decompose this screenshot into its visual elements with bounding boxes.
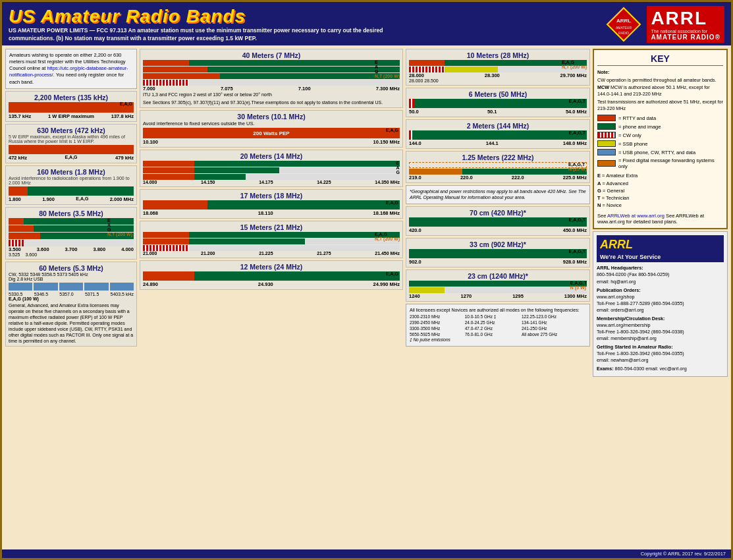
arrl-service-title: ARRL We're At Your Service [597, 235, 724, 263]
60m-dig: Dig 2.8 kHz USB [9, 277, 134, 281]
band-30m-note: Avoid interference to fixed services out… [143, 121, 400, 126]
freq-1-c3: 122.25-123.0 GHz [522, 314, 586, 320]
freq-table-note: ‡ No pulse emissions [410, 337, 586, 343]
60m-ch3 [59, 283, 83, 291]
33cm-freqs: 902.0 928.0 MHz [409, 259, 587, 265]
40m-row-a [143, 67, 400, 72]
arrl-exams-info: 860-594-0300 email: vec@arrl.org [615, 366, 687, 372]
band-630m-note: 5 W EIRP maximum, except in Alaska withi… [9, 134, 134, 144]
15m-nt-lbl: N,T (200 W) [375, 237, 400, 241]
key-title: KEY [597, 53, 723, 66]
60m-ch4 [84, 283, 108, 291]
10m-nt-ssb [445, 67, 498, 72]
60m-ch1 [9, 283, 32, 291]
40m-e-phone [189, 60, 400, 66]
band-6m: 6 Meters (50 MHz) E,A,G,T 50.0 50.1 54.0… [406, 88, 590, 117]
40m-e-lbl: E [375, 60, 400, 65]
160m-mid: 1.900 [42, 196, 55, 202]
arrl-hq-email: email: hq@arrl.org [597, 279, 724, 285]
arrl-diamond-logo: ARRL AMATEUR RADIO [606, 7, 641, 42]
20m-freqs: 14.000 14.150 14.175 14.225 14.350 MHz [143, 180, 400, 184]
15m-row-e [143, 232, 400, 238]
20m-e-lbl: E [396, 161, 400, 165]
70cm-high: 450.0 MHz [563, 227, 587, 233]
60m-ch2 [34, 283, 57, 291]
20m-a-lbl: A [396, 165, 400, 170]
80m-cw-freqs: 3.525 3.600 [9, 252, 134, 257]
arrl-text-block: ARRL The national association for AMATEU… [647, 6, 724, 43]
key-usb-swatch [597, 149, 616, 155]
20m-f1: 14.000 [143, 180, 157, 184]
15m-g-cw [143, 238, 189, 244]
band-10m: 10 Meters (28 MHz) E,A,G N,T (200 W) [406, 49, 590, 86]
160m-high: 2.000 MHz [110, 196, 134, 202]
15m-f3: 21.225 [259, 251, 273, 256]
6m-f1: 50.0 [409, 109, 419, 115]
80m-f3: 3.700 [65, 246, 78, 252]
arrl-hq: ARRL Headquarters: 860-594-0200 (Fax 860… [597, 265, 724, 285]
40m-lic-labels: E A G N,T (200 W) [375, 60, 400, 78]
33cm-chart: E,A,G,T [409, 249, 587, 258]
legend-e: E = Amateur Extra [597, 172, 723, 179]
band-630m-chart [9, 145, 134, 154]
arrl-service-subtitle: We're At Your Service [600, 253, 720, 262]
arrl-exams: Exams: 860-594-0300 email: vec@arrl.org [597, 366, 724, 372]
2m-f2: 144.1 [486, 140, 499, 146]
125m-n-lbl: N (25 W) [568, 167, 587, 171]
15m-chart: E,A,G N,T (200 W) [143, 232, 400, 251]
15m-row-nt [143, 245, 400, 251]
key-usb-label: = USB phone, CW, RTTY, and data [618, 150, 695, 155]
key-note-title: Note: [597, 69, 609, 75]
12m-freqs: 24.890 24.930 24.990 MHz [143, 281, 400, 287]
above-420-note: *Geographical and power restrictions may… [406, 185, 590, 204]
15m-lic-labels: E,A,G N,T (200 W) [375, 232, 400, 241]
band-30m-title: 30 Meters (10.1 MHz) [143, 113, 400, 121]
svg-text:RADIO: RADIO [618, 31, 629, 35]
freq-row-1: 2300-2310 MHz 10.0-10.5 GHz ‡ 122.25-123… [410, 314, 586, 320]
freq-3-c2: 47.0-47.2 GHz [465, 326, 522, 332]
33cm-phone [409, 249, 587, 258]
160m-phone [28, 186, 134, 196]
23cm-f1: 1240 [409, 293, 420, 299]
15m-nt-cw [143, 245, 189, 251]
key-rtty-label: = RTTY and data [618, 115, 656, 121]
80m-nt-cw [9, 240, 24, 246]
23cm-phone [409, 281, 587, 287]
2m-freqs: 144.0 144.1 148.0 MHz [409, 140, 587, 146]
2200m-rtty-seg [9, 102, 134, 113]
12m-low: 24.890 [143, 281, 158, 287]
freq-row-2: 2390-2450 MHz 24.0-24.25 GHz 134-141 GHz [410, 320, 586, 326]
arrl-web-link[interactable]: ARRLWeb at www.arrl.org [607, 213, 665, 219]
40m-itu-note: ITU 1,3 and FCC region 2 west of 130° we… [143, 92, 400, 98]
15m-row-g [143, 238, 400, 244]
above-420-text: *Geographical and power restrictions may… [410, 189, 586, 200]
15m-f4: 21.275 [317, 251, 331, 256]
arrl-new: Getting Started in Amateur Radio: Toll-F… [597, 344, 724, 364]
legend-g: G = General [597, 187, 723, 194]
band-2m: 2 Meters (144 MHz) E,A,G,T 144.0 144.1 1… [406, 119, 590, 149]
2m-lic: E,A,G,T [569, 130, 585, 135]
key-phone-swatch [597, 123, 616, 130]
band-60m: 60 Meters (5.3 MHz) CW, 5332 5348 5358.5… [5, 262, 137, 347]
band-630m-title: 630 Meters (472 kHz) [9, 126, 134, 134]
band-80m: 80 Meters (3.5 MHz) [5, 207, 137, 260]
key-rtty-swatch [597, 115, 616, 121]
key-fixed-swatch [597, 160, 616, 167]
band-12m-title: 12 Meters (24 MHz) [143, 263, 400, 271]
freq-2-c1: 2390-2450 MHz [410, 320, 465, 326]
40m-row-e [143, 60, 400, 66]
40m-nt-lbl: N,T (200 W) [375, 74, 400, 78]
key-cw-label: = CW only [618, 132, 641, 138]
20m-g-phone [194, 174, 246, 180]
svg-text:ARRL: ARRL [616, 18, 631, 24]
33cm-lic: E,A,G,T [569, 249, 585, 254]
40m-f3: 7.100 [298, 86, 311, 92]
15m-e-cw [143, 232, 189, 238]
freq-1-c1: 2300-2310 MHz [410, 314, 465, 320]
arrl-service-section: ARRL We're At Your Service ARRL Headquar… [593, 231, 728, 377]
freq-2-c2: 24.0-24.25 GHz [465, 320, 522, 326]
80m-g-cw [9, 233, 40, 239]
20m-row-a [143, 167, 400, 173]
60m-f2: 5346.5 [34, 292, 48, 296]
arrl-exams-label: Exams: [597, 366, 614, 372]
